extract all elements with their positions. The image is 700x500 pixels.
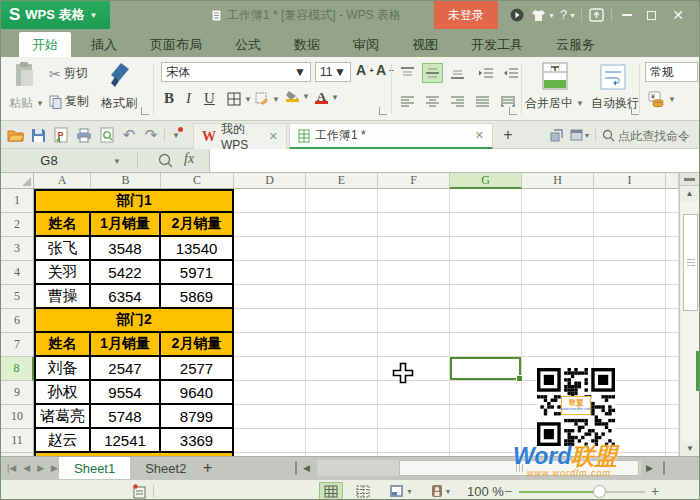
cell-B9[interactable]: 9554 (91, 381, 161, 405)
cell-C4[interactable]: 5971 (161, 261, 234, 285)
cell-F6[interactable] (378, 309, 450, 333)
new-tab-button[interactable]: + (499, 126, 517, 144)
cell-A5[interactable]: 曹操 (34, 285, 91, 309)
cell-I4[interactable] (594, 261, 666, 285)
h-split-handle[interactable] (663, 461, 665, 475)
decrease-indent-icon[interactable] (475, 63, 496, 83)
page-layout-view-button[interactable]: ▼ (386, 482, 416, 500)
align-center-icon[interactable] (422, 91, 443, 111)
print-icon[interactable] (75, 126, 93, 144)
cell-H7[interactable] (522, 333, 594, 357)
row-header-4[interactable]: 4 (1, 261, 34, 285)
cell-F7[interactable] (378, 333, 450, 357)
vertical-scroll-thumb[interactable] (683, 214, 698, 311)
cell-A3[interactable]: 张飞 (34, 237, 91, 261)
vertical-scrollbar[interactable]: ▲ ▼ (679, 173, 699, 456)
cell-H6[interactable] (522, 309, 594, 333)
cell-A8[interactable]: 刘备 (34, 357, 91, 381)
cell-J4[interactable] (666, 261, 679, 285)
cell-E9[interactable] (306, 381, 378, 405)
currency-format-button[interactable]: ¥ ▼ (647, 90, 676, 108)
ribbon-tab-8[interactable]: 云服务 (543, 32, 608, 57)
merge-center-icon[interactable] (541, 61, 569, 91)
minimize-button[interactable] (617, 1, 637, 29)
cell-E2[interactable] (306, 213, 378, 237)
doc-tab-workbook1[interactable]: 工作簿1 * ✕ (289, 123, 493, 149)
skin-tshirt-icon[interactable]: ▼ (529, 1, 557, 29)
cell-G8[interactable] (450, 357, 522, 381)
vertical-scroll-track[interactable] (681, 202, 700, 441)
underline-button[interactable]: U (204, 90, 215, 107)
name-box-caret[interactable]: ▼ (113, 157, 121, 166)
cell-E11[interactable] (306, 429, 378, 453)
cell-E7[interactable] (306, 333, 378, 357)
ribbon-tab-7[interactable]: 开发工具 (458, 32, 536, 57)
cell-H5[interactable] (522, 285, 594, 309)
cell-E6[interactable] (306, 309, 378, 333)
cell-C3[interactable]: 13540 (161, 237, 234, 261)
scroll-left-button[interactable]: ◀ (303, 457, 310, 479)
cell-E4[interactable] (306, 261, 378, 285)
undo-icon[interactable]: ↶ (120, 126, 138, 144)
ribbon-tab-1[interactable]: 插入 (78, 32, 130, 57)
ribbon-tab-4[interactable]: 数据 (281, 32, 333, 57)
ribbon-tab-2[interactable]: 页面布局 (137, 32, 215, 57)
ribbon-tab-5[interactable]: 审阅 (340, 32, 392, 57)
increase-font-icon[interactable]: A+ (356, 62, 374, 78)
cell-G6[interactable] (450, 309, 522, 333)
command-search-input[interactable]: 点此查找命令 (618, 128, 690, 145)
login-button[interactable]: 未登录 (434, 1, 498, 29)
cell-I5[interactable] (594, 285, 666, 309)
split-handle[interactable] (680, 173, 699, 186)
cell-F10[interactable] (378, 405, 450, 429)
cell-H2[interactable] (522, 213, 594, 237)
cell-D4[interactable] (234, 261, 306, 285)
cell-C10[interactable]: 8799 (161, 405, 234, 429)
align-left-icon[interactable] (397, 91, 418, 111)
cell-A9[interactable]: 孙权 (34, 381, 91, 405)
align-right-icon[interactable] (447, 91, 468, 111)
column-header-F[interactable]: F (378, 173, 450, 189)
cell-C8[interactable]: 2577 (161, 357, 234, 381)
record-macro-icon[interactable] (129, 482, 149, 500)
formula-input[interactable] (209, 149, 699, 172)
cell-G4[interactable] (450, 261, 522, 285)
column-header-H[interactable]: H (522, 173, 594, 189)
column-header-A[interactable]: A (34, 173, 91, 189)
cell-I3[interactable] (594, 237, 666, 261)
cell-G7[interactable] (450, 333, 522, 357)
bold-button[interactable]: B (164, 90, 174, 107)
cell-C2[interactable]: 2月销量 (161, 213, 234, 237)
cell-I1[interactable] (594, 189, 666, 213)
cell-F11[interactable] (378, 429, 450, 453)
cell-J3[interactable] (666, 237, 679, 261)
scroll-down-button[interactable]: ▼ (680, 441, 700, 456)
cell-B3[interactable]: 3548 (91, 237, 161, 261)
number-format-select[interactable]: 常规 (645, 62, 698, 82)
next-sheet-icon[interactable]: ▶ (37, 463, 44, 473)
column-header-G[interactable]: G (450, 173, 522, 189)
cell-G3[interactable] (450, 237, 522, 261)
italic-button[interactable]: I (186, 90, 191, 107)
row-header-8[interactable]: 8 (1, 357, 34, 381)
cell-B11[interactable]: 12541 (91, 429, 161, 453)
sheet-tab-sheet2[interactable]: Sheet2 (130, 457, 201, 479)
column-header-C[interactable]: C (161, 173, 234, 189)
column-header-E[interactable]: E (306, 173, 378, 189)
close-tab-icon[interactable]: ✕ (269, 130, 278, 143)
sheet-tab-sheet1[interactable]: Sheet1 (59, 457, 130, 479)
cell-A6[interactable]: 部门2 (34, 309, 234, 333)
align-middle-icon[interactable] (422, 63, 443, 83)
cell-E10[interactable] (306, 405, 378, 429)
cell-A4[interactable]: 关羽 (34, 261, 91, 285)
merge-dialog-launcher[interactable] (631, 107, 639, 115)
cell-C5[interactable]: 5869 (161, 285, 234, 309)
draw-border-button[interactable]: ▼ (255, 92, 280, 106)
maximize-button[interactable] (641, 1, 661, 29)
magnifier-icon[interactable] (158, 153, 173, 171)
justify-icon[interactable] (472, 91, 493, 111)
reading-mode-button[interactable]: ▼ (426, 482, 456, 500)
close-button[interactable]: ✕ (667, 1, 689, 29)
merge-center-button[interactable]: 合并居中▼ (525, 95, 584, 112)
cell-B8[interactable]: 2547 (91, 357, 161, 381)
